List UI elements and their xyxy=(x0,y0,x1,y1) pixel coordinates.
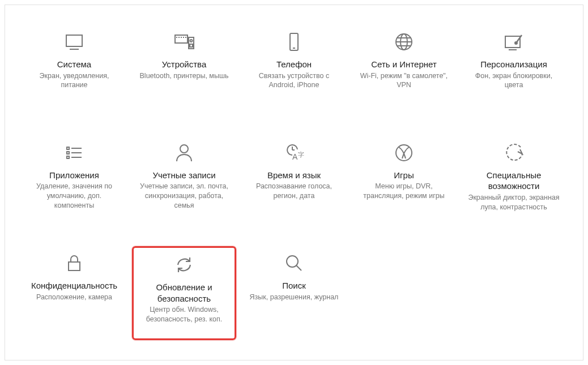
tile-privacy[interactable]: Конфиденциальность Расположение, камера xyxy=(22,246,126,340)
svg-rect-19 xyxy=(67,156,69,158)
devices-icon xyxy=(173,31,195,53)
tile-accounts[interactable]: Учетные записи Учетные записи, эл. почта… xyxy=(132,136,236,230)
display-icon xyxy=(63,31,86,53)
tile-system[interactable]: Система Экран, уведомления, питание xyxy=(22,25,126,119)
tile-update-security[interactable]: Обновление и безопасность Центр обн. Win… xyxy=(132,246,236,340)
tile-ease-of-access[interactable]: Специальные возможности Экранный диктор,… xyxy=(462,136,566,230)
apps-icon xyxy=(63,141,86,164)
tile-desc: Wi-Fi, режим "в самолете", VPN xyxy=(356,71,452,91)
tile-apps[interactable]: Приложения Удаление, значения по умолчан… xyxy=(22,136,126,230)
tile-gaming[interactable]: Игры Меню игры, DVR, трансляция, режим и… xyxy=(352,136,456,230)
tile-title: Поиск xyxy=(282,280,306,291)
tile-desc: Меню игры, DVR, трансляция, режим игры xyxy=(356,182,452,201)
tile-phone[interactable]: Телефон Связать устройство с Android, iP… xyxy=(242,25,346,119)
tile-desc: Экран, уведомления, питание xyxy=(26,71,122,91)
personalization-icon xyxy=(502,31,525,53)
tile-title: Персонализация xyxy=(480,59,547,70)
tile-network[interactable]: Сеть и Интернет Wi-Fi, режим "в самолете… xyxy=(352,25,456,119)
tile-desc: Центр обн. Windows, безопасность, рез. к… xyxy=(137,305,231,324)
settings-grid: Система Экран, уведомления, питание Устр… xyxy=(5,5,583,360)
xbox-icon xyxy=(393,141,415,164)
tile-title: Приложения xyxy=(49,170,99,181)
tile-desc: Bluetooth, принтеры, мышь xyxy=(140,71,229,81)
tile-title: Система xyxy=(57,59,91,70)
tile-title: Обновление и безопасность xyxy=(137,282,231,304)
svg-rect-18 xyxy=(67,152,69,154)
time-language-icon: A 字 xyxy=(283,141,305,164)
tile-desc: Связать устройство с Android, iPhone xyxy=(246,71,342,91)
tile-time-language[interactable]: A 字 Время и язык Распознавание голоса, р… xyxy=(242,136,346,230)
tile-title: Специальные возможности xyxy=(465,170,563,192)
lock-icon xyxy=(63,252,86,274)
svg-point-16 xyxy=(515,42,517,44)
tile-title: Конфиденциальность xyxy=(31,280,117,291)
svg-point-23 xyxy=(180,145,188,153)
sync-icon xyxy=(173,254,195,276)
svg-rect-17 xyxy=(67,147,69,149)
tile-desc: Удаление, значения по умолчанию, доп. ко… xyxy=(26,182,122,211)
tile-desc: Язык, разрешения, журнал xyxy=(250,293,339,302)
tile-title: Игры xyxy=(394,170,414,181)
svg-rect-6 xyxy=(190,44,193,47)
tile-desc: Экранный диктор, экранная лупа, контраст… xyxy=(466,193,562,212)
phone-icon xyxy=(283,31,305,53)
svg-rect-0 xyxy=(66,35,82,46)
svg-rect-29 xyxy=(69,262,80,270)
ease-icon xyxy=(502,141,525,164)
svg-rect-2 xyxy=(175,35,188,43)
tile-search[interactable]: Поиск Язык, разрешения, журнал xyxy=(242,246,346,340)
tile-title: Время и язык xyxy=(267,170,321,181)
svg-rect-14 xyxy=(505,36,520,48)
tile-title: Сеть и Интернет xyxy=(371,59,437,70)
tile-devices[interactable]: Устройства Bluetooth, принтеры, мышь xyxy=(132,25,236,119)
svg-line-31 xyxy=(296,265,301,270)
svg-text:字: 字 xyxy=(298,151,304,158)
tile-desc: Расположение, камера xyxy=(36,293,112,302)
svg-point-5 xyxy=(190,40,193,42)
tile-desc: Фон, экран блокировки, цвета xyxy=(466,71,562,91)
tile-title: Телефон xyxy=(276,59,312,70)
tile-desc: Учетные записи, эл. почта, синхронизация… xyxy=(136,182,232,211)
svg-text:A: A xyxy=(292,152,298,161)
globe-icon xyxy=(393,31,415,53)
tile-personalization[interactable]: Персонализация Фон, экран блокировки, цв… xyxy=(462,25,566,119)
tile-desc: Распознавание голоса, регион, дата xyxy=(246,182,342,201)
tile-title: Устройства xyxy=(162,59,206,70)
search-icon xyxy=(283,252,305,274)
tile-title: Учетные записи xyxy=(152,170,215,181)
person-icon xyxy=(173,141,195,164)
